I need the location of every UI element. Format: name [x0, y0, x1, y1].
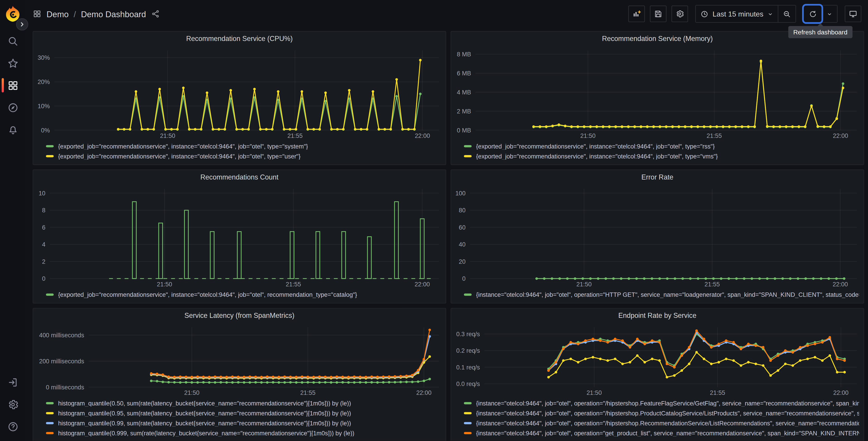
tooltip-arrow: [817, 23, 823, 26]
legend-item: {instance="otelcol:9464", job="otel", op…: [464, 428, 859, 438]
legend-label[interactable]: {instance="otelcol:9464", job="otel", op…: [476, 420, 859, 426]
sidebar-item-sign-in[interactable]: [0, 371, 26, 393]
sidebar-bottom-items: [0, 371, 26, 438]
series-markers-green: [535, 277, 845, 280]
main-area: Demo / Demo Dashboard: [26, 0, 868, 441]
series-markers-yellow: [117, 59, 422, 130]
sidebar-item-alerting[interactable]: [0, 119, 26, 141]
refresh-interval-dropdown[interactable]: [822, 5, 837, 22]
legend-label[interactable]: {exported_job="recommendationservice", i…: [58, 153, 301, 159]
panel-title[interactable]: Recommendations Count: [200, 173, 279, 181]
panel-header: Recommendations Count: [33, 170, 446, 184]
zoom-out-time-button[interactable]: [778, 5, 795, 22]
legend-swatch: [46, 412, 54, 414]
panel-title[interactable]: Recommendation Service (CPU%): [186, 35, 293, 42]
series-line-green: [118, 94, 420, 129]
chart-canvas[interactable]: 21:5021:5522:000 MB2 MB4 MB6 MB8 MB: [451, 46, 864, 140]
panel-legend: {exported_job="recommendationservice", i…: [451, 140, 864, 165]
legend-label[interactable]: {exported_job="recommendationservice", i…: [58, 143, 308, 149]
legend-label[interactable]: {exported_job="recommendationservice", i…: [476, 143, 715, 149]
x-tick-label: 22:00: [833, 281, 848, 288]
time-range-picker[interactable]: Last 15 minutes: [696, 5, 778, 22]
x-tick-label: 21:55: [300, 389, 315, 396]
series-line-yellow: [533, 61, 843, 126]
x-tick-label: 21:55: [286, 281, 301, 288]
legend-item: {instance="otelcol:9464", job="otel", op…: [464, 408, 859, 418]
sidebar-expand-button[interactable]: [16, 18, 28, 31]
series-line-blue: [151, 336, 430, 378]
legend-label[interactable]: histogram_quantile(0.99, sum(rate(latenc…: [58, 420, 351, 426]
sidebar-item-explore[interactable]: [0, 96, 26, 119]
refresh-tooltip: Refresh dashboard: [788, 26, 852, 38]
legend-item: histogram_quantile(0.50, sum(rate(latenc…: [46, 398, 441, 408]
breadcrumb-page[interactable]: Demo Dashboard: [81, 9, 146, 19]
y-tick-label: 8: [42, 207, 45, 214]
breadcrumb-section[interactable]: Demo: [46, 9, 69, 19]
series-markers-yellow: [547, 351, 846, 378]
legend-label[interactable]: histogram_quantile(0.50, sum(rate(latenc…: [58, 400, 351, 406]
save-icon: [654, 9, 663, 18]
panel-title[interactable]: Service Latency (from SpanMetrics): [184, 312, 294, 319]
gear-icon: [676, 9, 684, 18]
dashboard-settings-button[interactable]: [672, 5, 688, 22]
y-tick-label: 2: [42, 258, 45, 265]
bar: [210, 232, 214, 279]
legend-label[interactable]: {instance="otelcol:9464", job="otel", op…: [476, 430, 859, 436]
legend-swatch: [46, 155, 54, 157]
x-tick-label: 22:00: [415, 133, 430, 139]
y-tick-label: 0%: [41, 127, 50, 134]
legend-swatch: [464, 432, 471, 434]
chart-canvas[interactable]: 21:5021:5522:000.0 req/s0.1 req/s0.2 req…: [451, 323, 864, 397]
compass-icon: [7, 101, 19, 113]
legend-label[interactable]: {instance="otelcol:9464", job="otel", op…: [476, 291, 859, 298]
y-tick-label: 400 milliseconds: [39, 332, 84, 339]
panel-title[interactable]: Error Rate: [642, 173, 673, 181]
chart-canvas[interactable]: 21:5021:5522:000%10%20%30%: [33, 46, 446, 140]
bar: [368, 237, 371, 279]
x-tick-label: 21:55: [705, 281, 720, 288]
legend-label[interactable]: {instance="otelcol:9464", job="otel", op…: [476, 400, 859, 406]
legend-swatch: [464, 294, 471, 296]
legend-label[interactable]: histogram_quantile(0.95, sum(rate(latenc…: [58, 410, 351, 416]
add-panel-button[interactable]: [628, 5, 645, 22]
y-tick-label: 0 MB: [457, 127, 471, 134]
sidebar-item-favorites[interactable]: [0, 52, 26, 74]
legend-label[interactable]: {exported_job="recommendationservice", i…: [58, 291, 357, 298]
panel-legend: {instance="otelcol:9464", job="otel", op…: [451, 397, 864, 441]
series-line-green: [533, 62, 843, 127]
sidebar-item-help[interactable]: [0, 415, 26, 438]
y-tick-label: 100: [456, 190, 466, 197]
chart-canvas[interactable]: 21:5021:5522:000 milliseconds200 millise…: [33, 323, 446, 397]
bar: [395, 202, 399, 279]
refresh-icon: [808, 10, 817, 18]
y-tick-label: 10%: [37, 103, 50, 110]
refresh-dashboard-button[interactable]: [804, 5, 822, 22]
panel-legend: {exported_job="recommendationservice", i…: [33, 289, 446, 303]
panel-endpoint-rate: Endpoint Rate by Service21:5021:5522:000…: [451, 308, 864, 441]
legend-swatch: [464, 402, 471, 404]
legend-label[interactable]: {exported_job="recommendationservice", i…: [476, 153, 718, 159]
sidebar-item-settings[interactable]: [0, 393, 26, 415]
refresh-controls: [803, 5, 838, 23]
y-tick-label: 4 MB: [457, 89, 471, 96]
panel-legend: {exported_job="recommendationservice", i…: [33, 140, 446, 165]
panel-title[interactable]: Recommendation Service (Memory): [602, 35, 713, 42]
legend-label[interactable]: histogram_quantile(0.999, sum(rate(laten…: [58, 430, 354, 436]
save-dashboard-button[interactable]: [650, 5, 666, 22]
series-line-yellow: [151, 357, 430, 378]
panel-chart-area: 21:5021:5522:000%10%20%30%: [33, 46, 446, 140]
cycle-view-mode-button[interactable]: [845, 5, 861, 22]
sidebar-item-dashboards[interactable]: [0, 74, 26, 96]
y-tick-label: 6: [42, 224, 45, 231]
chart-canvas[interactable]: 21:5021:5522:00020406080100: [451, 184, 864, 289]
legend-label[interactable]: {instance="otelcol:9464", job="otel", op…: [476, 410, 859, 416]
panel-chart-area: 21:5021:5522:000 MB2 MB4 MB6 MB8 MB: [451, 46, 864, 140]
chart-canvas[interactable]: 21:5021:5522:000246810: [33, 184, 446, 289]
share-icon[interactable]: [151, 9, 160, 18]
y-tick-label: 60: [459, 224, 466, 231]
legend-swatch: [46, 432, 54, 434]
chevron-down-icon: [827, 11, 833, 17]
monitor-icon: [848, 9, 857, 18]
panel-title[interactable]: Endpoint Rate by Service: [618, 312, 696, 319]
sidebar-item-search[interactable]: [0, 30, 26, 52]
